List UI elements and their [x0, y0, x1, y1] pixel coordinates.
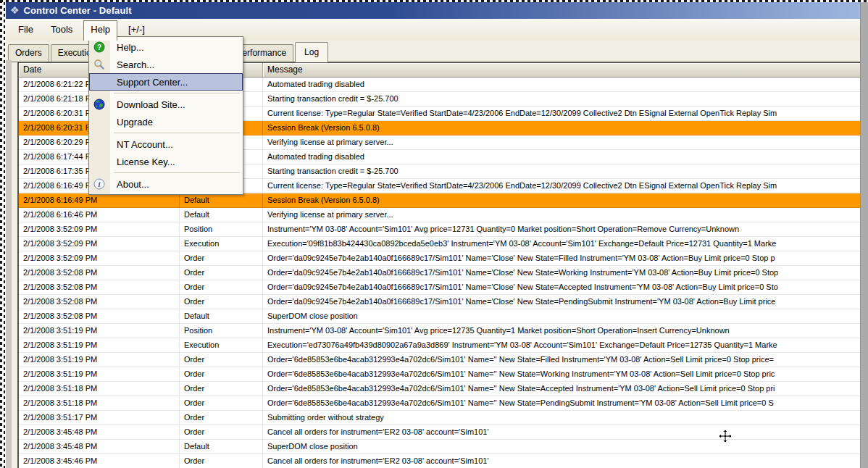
menu-item-label: NT Account...: [117, 139, 173, 150]
table-row[interactable]: 2/1/2008 3:51:18 PMOrderOrder='6de85853e…: [19, 396, 866, 411]
capture-border-left-outer: [0, 0, 2, 468]
screenshot-stage: ❖ Control Center - Default FileToolsHelp…: [0, 0, 868, 468]
log-message-cell: SuperDOM close position: [263, 440, 866, 454]
table-row[interactable]: 2/1/2008 3:45:48 PMDefaultSuperDOM close…: [19, 440, 866, 454]
log-date-cell: 2/1/2008 3:52:08 PM: [19, 295, 180, 309]
menu-item-label: Search...: [117, 59, 154, 70]
log-message-cell: Order='da09c9245e7b4e2ab140a0f166689c17/…: [263, 295, 866, 309]
log-category-cell: Order: [180, 396, 263, 410]
menu-item-search[interactable]: Search...: [89, 56, 243, 73]
table-row[interactable]: 2/1/2008 3:52:09 PMOrderOrder='da09c9245…: [19, 251, 866, 266]
log-category-cell: Execution: [180, 237, 263, 251]
log-category-cell: Order: [180, 280, 263, 294]
log-date-cell: 2/1/2008 3:45:48 PM: [19, 425, 180, 439]
log-date-cell: 2/1/2008 3:52:09 PM: [19, 237, 180, 251]
menu-item-license-key[interactable]: License Key...: [89, 153, 243, 170]
table-row[interactable]: 2/1/2008 6:16:46 PMDefaultVerifying lice…: [19, 208, 866, 222]
tab-orders[interactable]: Orders: [8, 44, 49, 62]
menu-item-label: About...: [117, 179, 149, 190]
table-row[interactable]: 2/1/2008 6:16:49 PMDefaultSession Break …: [19, 193, 866, 208]
window-left-frame: [6, 60, 12, 468]
log-date-cell: 2/1/2008 3:51:19 PM: [19, 338, 180, 352]
log-date-cell: 2/1/2008 3:51:18 PM: [19, 396, 180, 410]
log-category-cell: Default: [180, 440, 263, 454]
table-row[interactable]: 2/1/2008 3:45:46 PMOrderCancel all order…: [19, 454, 866, 468]
table-row[interactable]: 2/1/2008 3:51:17 PMOrderSubmitting order…: [19, 411, 866, 425]
log-message-cell: Order='6de85853e6be4acab312993e4a702dc6/…: [263, 396, 866, 410]
log-message-cell: Order='6de85853e6be4acab312993e4a702dc6/…: [263, 353, 866, 367]
menubar-item-help[interactable]: Help: [83, 20, 117, 41]
table-row[interactable]: 2/1/2008 3:51:19 PMOrderOrder='6de85853e…: [19, 367, 866, 382]
table-row[interactable]: 2/1/2008 3:52:09 PMPositionInstrument='Y…: [19, 222, 866, 237]
window-title: Control Center - Default: [24, 5, 132, 16]
table-row[interactable]: 2/1/2008 3:51:18 PMOrderOrder='6de85853e…: [19, 382, 866, 396]
log-message-cell: Starting transaction credit = $-25.700: [263, 92, 866, 106]
menu-item-upgrade[interactable]: Upgrade: [89, 113, 243, 130]
log-message-cell: Session Break (Version 6.5.0.8): [263, 121, 866, 135]
capture-border-left-inner: [4, 2, 5, 468]
log-date-cell: 2/1/2008 3:51:18 PM: [19, 382, 180, 396]
log-category-cell: Order: [180, 425, 263, 439]
help-dropdown-menu: ?Help...Search...Support Center...Downlo…: [88, 36, 243, 195]
log-category-cell: Position: [180, 324, 263, 338]
log-message-cell: Current license: Type=Regular State=Veri…: [263, 106, 866, 120]
log-category-cell: Order: [180, 367, 263, 381]
table-row[interactable]: 2/1/2008 3:51:19 PMOrderOrder='6de85853e…: [19, 353, 866, 367]
desktop-right-strip: [860, 2, 868, 468]
table-row[interactable]: 2/1/2008 3:51:19 PMExecutionExecution='e…: [19, 338, 866, 353]
menubar-item-[interactable]: [+/-]: [122, 21, 151, 38]
column-header-message[interactable]: Message: [263, 63, 866, 77]
menu-item-support-center[interactable]: Support Center...: [89, 73, 243, 91]
menu-separator: [114, 93, 240, 93]
tab-log[interactable]: Log: [295, 42, 328, 62]
help-icon: ?: [93, 41, 105, 53]
table-row[interactable]: 2/1/2008 3:52:08 PMDefaultSuperDOM close…: [19, 309, 866, 324]
ninjatrader-diamond-icon: ❖: [10, 2, 20, 19]
table-row[interactable]: 2/1/2008 3:52:09 PMExecutionExecution='0…: [19, 237, 866, 251]
log-category-cell: Default: [180, 193, 263, 207]
log-message-cell: Submitting order without strategy: [263, 411, 866, 425]
log-category-cell: Order: [180, 353, 263, 367]
menu-item-help[interactable]: ?Help...: [89, 38, 243, 56]
log-date-cell: 2/1/2008 3:45:46 PM: [19, 454, 180, 468]
menu-item-label: Help...: [117, 42, 144, 53]
table-row[interactable]: 2/1/2008 3:52:08 PMOrderOrder='da09c9245…: [19, 280, 866, 295]
log-message-cell: Verifying license at primary server...: [263, 208, 866, 222]
log-message-cell: Execution='ed73076a49fb439d80902a67a9a3d…: [263, 338, 866, 352]
log-category-cell: Order: [180, 251, 263, 265]
log-message-cell: Current license: Type=Regular State=Veri…: [263, 179, 866, 193]
menu-item-nt-account[interactable]: NT Account...: [89, 135, 243, 153]
log-category-cell: Order: [180, 454, 263, 468]
menu-item-download-site[interactable]: Download Site...: [89, 96, 243, 113]
log-date-cell: 2/1/2008 3:52:09 PM: [19, 251, 180, 265]
log-date-cell: 2/1/2008 3:51:17 PM: [19, 411, 180, 425]
log-message-cell: Cancel all orders for instrument='ER2 03…: [263, 454, 866, 468]
table-row[interactable]: 2/1/2008 3:52:08 PMOrderOrder='da09c9245…: [19, 266, 866, 280]
log-date-cell: 2/1/2008 3:45:48 PM: [19, 440, 180, 454]
log-date-cell: 2/1/2008 3:52:08 PM: [19, 309, 180, 323]
menu-item-about[interactable]: iAbout...: [89, 175, 243, 193]
log-category-cell: Order: [180, 295, 263, 309]
menubar-item-tools[interactable]: Tools: [44, 21, 79, 38]
log-message-cell: Order='da09c9245e7b4e2ab140a0f166689c17/…: [263, 251, 866, 265]
log-message-cell: Starting transaction credit = $-25.700: [263, 164, 866, 178]
log-date-cell: 2/1/2008 3:52:08 PM: [19, 280, 180, 294]
log-category-cell: Default: [180, 208, 263, 222]
log-message-cell: Instrument='YM 03-08' Account='Sim101' A…: [263, 324, 866, 338]
table-row[interactable]: 2/1/2008 3:52:08 PMOrderOrder='da09c9245…: [19, 295, 866, 309]
log-message-cell: Order='da09c9245e7b4e2ab140a0f166689c17/…: [263, 266, 866, 280]
table-row[interactable]: 2/1/2008 3:45:48 PMOrderCancel all order…: [19, 425, 866, 440]
log-message-cell: Order='6de85853e6be4acab312993e4a702dc6/…: [263, 367, 866, 381]
search-icon: [93, 59, 105, 70]
menu-item-label: License Key...: [117, 156, 175, 167]
menu-item-label: Support Center...: [117, 77, 188, 88]
menubar-item-file[interactable]: File: [12, 21, 40, 38]
log-date-cell: 2/1/2008 3:52:08 PM: [19, 266, 180, 280]
log-message-cell: SuperDOM close position: [263, 309, 866, 323]
table-row[interactable]: 2/1/2008 3:51:19 PMPositionInstrument='Y…: [19, 324, 866, 338]
menu-item-label: Upgrade: [117, 117, 153, 128]
log-date-cell: 2/1/2008 3:51:19 PM: [19, 353, 180, 367]
menu-item-label: Download Site...: [117, 99, 185, 110]
log-message-cell: Execution='09f81b83b424430ca0892bceda5e0…: [263, 237, 866, 251]
menu-separator: [114, 172, 240, 173]
